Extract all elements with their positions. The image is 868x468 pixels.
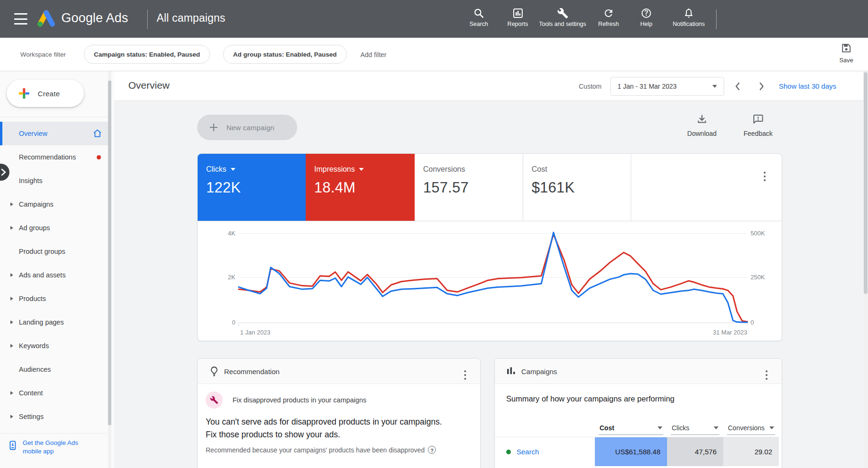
refresh-button[interactable]: Refresh <box>587 0 630 38</box>
wrench-icon <box>557 8 568 19</box>
sidebar-item-settings[interactable]: Settings <box>0 405 111 428</box>
google-ads-app: Google Ads All campaigns Search Reports … <box>0 0 868 468</box>
enabled-status-icon <box>506 450 511 454</box>
notifications-button[interactable]: Notifications <box>663 0 715 38</box>
search-button[interactable]: Search <box>460 0 498 38</box>
sidebar-scrollbar[interactable] <box>108 71 111 468</box>
page-header: Overview Custom 1 Jan - 31 Mar 2023 Show… <box>114 71 863 101</box>
clicks-cell[interactable]: 47,576 <box>667 437 723 466</box>
page-scrollbar[interactable] <box>863 71 868 468</box>
download-icon <box>696 114 708 125</box>
chevron-right-icon <box>0 168 6 176</box>
help-button[interactable]: Help <box>630 0 663 38</box>
trend-chart: 4K 2K 0 500K 250K 0 1 Jan 2023 31 Mar 20… <box>198 221 782 341</box>
right-axis-tick: 250K <box>751 274 765 281</box>
expand-arrow-icon[interactable] <box>10 297 13 301</box>
workspace-filter-label: Workspace filter <box>20 51 66 58</box>
add-filter-button[interactable]: Add filter <box>360 51 386 58</box>
campaigns-card: Campaigns Summary of how your campaigns … <box>494 358 782 468</box>
topbar-divider <box>716 9 717 29</box>
cost-value: $161K <box>532 179 631 196</box>
left-axis-tick: 2K <box>215 274 235 281</box>
right-axis-tick: 0 <box>751 319 754 326</box>
get-mobile-app-link[interactable]: Get the Google Ads mobile app <box>0 439 104 456</box>
sidebar-item-products[interactable]: Products <box>0 287 111 310</box>
topbar-divider <box>147 9 148 29</box>
show-last-30-days-link[interactable]: Show last 30 days <box>779 82 836 90</box>
tab-conversions[interactable]: Conversions 157.57 <box>415 154 523 221</box>
recommendation-options-menu[interactable] <box>462 368 468 382</box>
sidebar-item-ad-groups[interactable]: Ad groups <box>0 216 111 240</box>
tools-settings-button[interactable]: Tools and settings <box>538 0 587 38</box>
download-button[interactable]: Download <box>681 114 723 137</box>
create-button[interactable]: Create <box>7 80 84 107</box>
impressions-value: 18.4M <box>314 179 415 196</box>
menu-icon[interactable] <box>14 13 27 25</box>
feedback-button[interactable]: Feedback <box>737 114 779 137</box>
recommendation-card: Recommendation Fix disapproved products … <box>197 358 481 468</box>
sidebar-item-insights[interactable]: Insights <box>0 169 111 192</box>
recommendation-card-title: Recommendation <box>224 368 280 376</box>
sidebar-item-keywords[interactable]: Keywords <box>0 334 111 358</box>
recommendation-footer: Recommended because your campaigns' prod… <box>206 446 436 454</box>
next-period-button[interactable] <box>756 81 767 92</box>
conversions-cell[interactable]: 29.02 <box>723 437 779 466</box>
expand-arrow-icon[interactable] <box>10 273 13 277</box>
sidebar-item-ads-and-assets[interactable]: Ads and assets <box>0 263 111 287</box>
recommendation-item-title[interactable]: Fix disapproved products in your campaig… <box>233 396 367 404</box>
fix-products-icon-badge <box>206 392 223 409</box>
sidebar-item-overview[interactable]: Overview <box>0 122 111 145</box>
previous-period-button[interactable] <box>732 81 743 92</box>
sidebar-item-campaigns[interactable]: Campaigns <box>0 192 111 216</box>
sidebar-scrollbar-thumb[interactable] <box>108 81 111 425</box>
column-header-cost[interactable]: Cost <box>599 421 663 435</box>
date-mode-label: Custom <box>579 83 601 90</box>
x-axis-start-label: 1 Jan 2023 <box>240 329 270 336</box>
page-scrollbar-thumb[interactable] <box>864 72 868 294</box>
chevron-down-icon <box>359 168 364 171</box>
date-range-selector[interactable]: 1 Jan - 31 Mar 2023 <box>610 77 724 96</box>
expand-arrow-icon[interactable] <box>10 344 13 348</box>
campaigns-options-menu[interactable] <box>764 368 769 382</box>
sidebar-item-recommendations[interactable]: Recommendations <box>0 145 111 169</box>
tab-clicks[interactable]: Clicks 122K <box>198 154 306 221</box>
campaigns-summary-text: Summary of how your campaigns are perfor… <box>506 394 675 403</box>
tab-cost[interactable]: Cost $161K <box>523 154 631 221</box>
google-ads-logo-icon[interactable] <box>36 8 57 31</box>
chevron-down-icon <box>712 85 717 88</box>
top-app-bar: Google Ads All campaigns Search Reports … <box>0 0 868 38</box>
column-header-clicks[interactable]: Clicks <box>671 421 719 435</box>
help-circle-icon[interactable] <box>428 446 436 454</box>
expand-arrow-icon[interactable] <box>10 391 13 395</box>
chart-options-menu[interactable] <box>762 170 768 183</box>
right-axis-tick: 500K <box>751 230 765 237</box>
metric-tabs: Clicks 122K Impressions 18.4M Conversion… <box>198 154 782 221</box>
campaigns-table: Cost Clicks Conversions Search US$61,588… <box>495 421 779 466</box>
expand-arrow-icon[interactable] <box>10 415 13 418</box>
main-content: Overview Custom 1 Jan - 31 Mar 2023 Show… <box>114 71 863 468</box>
table-row: Search US$61,588.48 47,576 29.02 <box>495 437 779 466</box>
sort-caret-icon <box>658 426 662 429</box>
tab-impressions[interactable]: Impressions 18.4M <box>306 154 415 221</box>
campaign-link-search[interactable]: Search <box>517 448 539 456</box>
save-icon <box>841 42 852 54</box>
save-button[interactable]: Save <box>832 42 861 64</box>
expand-arrow-icon[interactable] <box>10 226 13 230</box>
filter-bar: Workspace filter Campaign status: Enable… <box>0 38 868 71</box>
new-campaign-button[interactable]: New campaign <box>197 115 297 140</box>
campaigns-table-header: Cost Clicks Conversions <box>495 421 779 435</box>
column-header-conversions[interactable]: Conversions <box>727 421 775 435</box>
expand-arrow-icon[interactable] <box>10 202 13 206</box>
brand-title: Google Ads <box>61 11 128 25</box>
sidebar-item-landing-pages[interactable]: Landing pages <box>0 310 111 334</box>
sidebar-item-audiences[interactable]: Audiences <box>0 358 111 381</box>
wrench-icon <box>210 396 218 404</box>
campaign-status-filter-chip[interactable]: Campaign status: Enabled, Paused <box>84 45 210 64</box>
expand-arrow-icon[interactable] <box>10 320 13 324</box>
sidebar-item-product-groups[interactable]: Product groups <box>0 240 111 263</box>
sidebar-item-content[interactable]: Content <box>0 381 111 405</box>
ad-group-status-filter-chip[interactable]: Ad group status: Enabled, Paused <box>223 45 347 64</box>
cost-cell[interactable]: US$61,588.48 <box>595 437 667 466</box>
trend-chart-svg <box>198 221 782 341</box>
reports-button[interactable]: Reports <box>498 0 538 38</box>
